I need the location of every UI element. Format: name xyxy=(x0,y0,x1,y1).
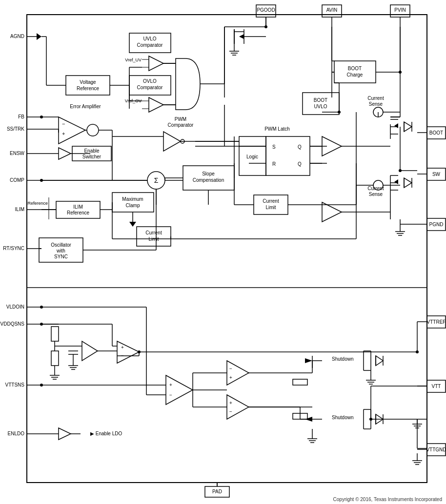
svg-marker-168 xyxy=(82,341,98,361)
enldo-pin: ENLDO xyxy=(8,431,25,436)
svg-marker-171 xyxy=(117,341,139,363)
ensw-pin: ENSW xyxy=(10,151,25,156)
minus-vtt1: − xyxy=(229,366,232,371)
shutdown1-label: Shutdown xyxy=(332,356,353,362)
minus-sign: − xyxy=(62,121,65,127)
svg-rect-208 xyxy=(293,379,307,385)
vref-uv-label: Vref_UV xyxy=(125,58,142,62)
plus-sign: + xyxy=(62,131,65,136)
osc-label3: SYNC xyxy=(54,254,68,259)
slope-comp-label: Slope xyxy=(202,171,215,176)
logic-label: Logic xyxy=(246,154,258,159)
pad-pin: PAD xyxy=(212,489,222,494)
svg-rect-155 xyxy=(51,327,59,341)
current-limit-right-label2: Limit xyxy=(265,205,276,210)
osc-label2: with xyxy=(56,248,65,253)
svg-point-268 xyxy=(338,111,341,114)
ilim-pin: ILIM xyxy=(15,207,24,212)
pvin-label: PVIN xyxy=(394,7,405,13)
svg-marker-78 xyxy=(163,132,181,151)
uvlo-comp-label: UVLO xyxy=(143,36,156,41)
voltage-reference-label2: Reference xyxy=(77,86,100,91)
vddqsns-pin: VDDQSNS xyxy=(0,321,25,327)
s-label: S xyxy=(272,144,276,150)
svg-point-263 xyxy=(399,71,402,74)
boot-charge-label2: Charge xyxy=(347,72,363,78)
minus-large: − xyxy=(169,392,172,398)
fb-pin: FB xyxy=(18,114,24,119)
uvlo-comp-label2: Comparator xyxy=(137,42,163,48)
svg-marker-129 xyxy=(394,179,398,184)
current-limit-right-label: Current xyxy=(263,198,279,204)
svg-marker-233 xyxy=(59,428,71,440)
diagram-container: PGOOD AVIN PVIN AGND FB SS/TRK ENSW xyxy=(0,0,446,504)
svg-marker-46 xyxy=(149,97,163,112)
sw-pin: SW xyxy=(432,172,441,177)
pwm-latch-label: PWM Latch xyxy=(264,126,290,132)
slope-comp-label2: Compensation xyxy=(193,177,224,183)
svg-point-180 xyxy=(416,350,419,353)
sigma-sign: Σ xyxy=(154,176,159,184)
vldoin-pin: VLDOIN xyxy=(6,304,24,310)
minus-vtt2: − xyxy=(229,409,232,414)
q2-label: Q xyxy=(298,161,302,167)
pwm-comp-label2: Comparator xyxy=(168,122,194,128)
copyright-text: Copyright © 2016, Texas Instruments Inco… xyxy=(333,497,442,502)
vttref-pin: VTTREF xyxy=(427,319,446,325)
pgnd-pin: PGND xyxy=(429,222,444,227)
osc-label: Oscillator xyxy=(51,242,71,248)
svg-marker-130 xyxy=(404,178,412,188)
svg-marker-287 xyxy=(305,417,312,422)
shutdown2-label: Shutdown xyxy=(332,415,353,420)
ilim-ref-label: ILIM xyxy=(73,204,82,210)
current-sense-top-label: Current xyxy=(367,96,384,101)
current-sense-top-label2: Sense xyxy=(369,101,383,107)
svg-marker-136 xyxy=(322,202,342,222)
plus-vtt1: + xyxy=(229,375,232,380)
boot-uvlo-label: BOOT xyxy=(314,97,327,103)
q-label: Q xyxy=(298,144,302,150)
svg-marker-41 xyxy=(149,56,163,71)
comp-pin: COMP xyxy=(10,177,24,183)
pgood-label: PGOOD xyxy=(257,7,275,13)
svg-point-67 xyxy=(87,124,99,136)
svg-marker-195 xyxy=(227,361,249,385)
svg-marker-122 xyxy=(404,122,412,132)
boot-pin: BOOT xyxy=(429,130,443,136)
svg-marker-196 xyxy=(227,395,249,419)
ovlo-comp-label: OVLO xyxy=(143,78,157,84)
plus-large: + xyxy=(169,382,172,388)
max-clamp-label: Maximum xyxy=(122,196,143,202)
enable-switcher-label2: Switcher xyxy=(82,154,101,159)
vtt-pin: VTT xyxy=(432,384,441,389)
svg-marker-188 xyxy=(376,356,383,366)
current-limit-label: Current xyxy=(145,230,162,235)
reference-label: Reference xyxy=(27,201,48,206)
enable-switcher-label: Enable xyxy=(84,148,100,154)
agnd-pin: AGND xyxy=(10,34,24,39)
avin-label: AVIN xyxy=(326,7,338,13)
svg-marker-9 xyxy=(37,33,41,40)
svg-marker-88 xyxy=(129,222,136,227)
svg-point-61 xyxy=(264,25,267,28)
vttsns-pin: VTTSNS xyxy=(5,382,25,388)
vttgnd-pin: VTTGND xyxy=(426,447,446,452)
svg-marker-197 xyxy=(166,375,193,405)
sstrk-pin: SS/TRK xyxy=(7,126,24,132)
plus-vtt2: + xyxy=(229,400,232,406)
boot-charge-label: BOOT xyxy=(348,66,362,71)
svg-rect-157 xyxy=(51,351,59,366)
svg-rect-86 xyxy=(112,193,154,212)
svg-point-139 xyxy=(399,169,402,172)
ilim-ref-label2: Reference xyxy=(67,210,90,215)
error-amp-label: Error Amplifier xyxy=(70,104,101,109)
enable-ldo-arrow: ▶ Enable LDO xyxy=(90,431,122,436)
svg-marker-59 xyxy=(239,34,244,39)
voltage-reference-label: Voltage xyxy=(80,79,96,85)
svg-marker-75 xyxy=(59,148,71,159)
svg-rect-39 xyxy=(66,76,110,95)
plus-vddq: + xyxy=(121,345,124,350)
svg-marker-183 xyxy=(305,358,312,363)
current-sense-bottom-label2: Sense xyxy=(369,192,383,197)
boot-uvlo-label2: UVLO xyxy=(314,104,327,109)
